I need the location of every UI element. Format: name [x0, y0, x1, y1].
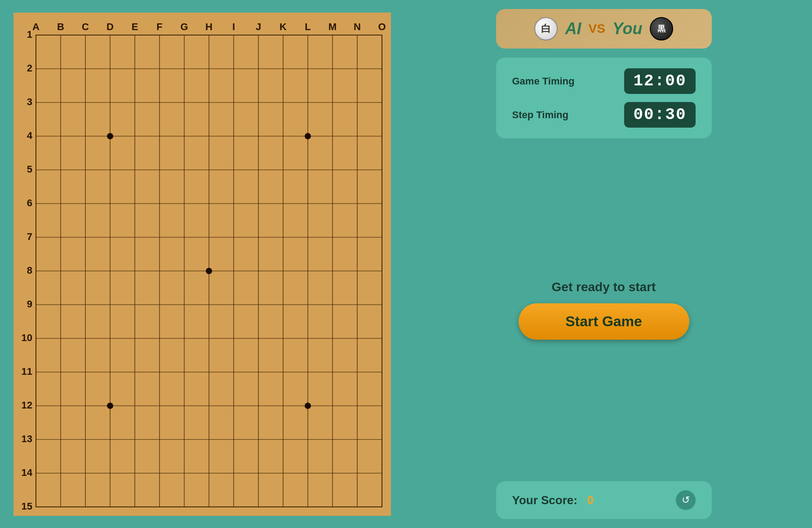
score-value: 0 [587, 493, 594, 507]
vs-label: VS [588, 22, 605, 36]
game-timing-label: Game Timing [512, 75, 575, 87]
score-label: Your Score: 0 [512, 493, 594, 507]
white-stone-char: 白 [541, 22, 551, 35]
right-panel: 白 AI VS You 黒 Game Timing 12:00 Step Tim… [395, 0, 812, 528]
you-label: You [612, 19, 643, 38]
game-timing-value: 12:00 [624, 68, 695, 94]
white-stone-icon: 白 [534, 17, 558, 40]
timing-card: Game Timing 12:00 Step Timing 00:30 [496, 58, 712, 138]
black-stone-icon: 黒 [650, 17, 673, 40]
go-board[interactable] [13, 13, 391, 516]
header-card: 白 AI VS You 黒 [496, 9, 712, 49]
status-text: Get ready to start [552, 280, 656, 294]
refresh-button[interactable]: ↺ [676, 490, 696, 510]
board-section [0, 0, 395, 528]
step-timing-value: 00:30 [624, 102, 695, 128]
score-card: Your Score: 0 ↺ [496, 481, 712, 519]
black-stone-char: 黒 [657, 23, 666, 34]
step-timing-label: Step Timing [512, 109, 569, 121]
game-timing-row: Game Timing 12:00 [512, 68, 696, 94]
step-timing-row: Step Timing 00:30 [512, 102, 696, 128]
start-game-button[interactable]: Start Game [519, 303, 689, 340]
ai-label: AI [565, 19, 581, 38]
